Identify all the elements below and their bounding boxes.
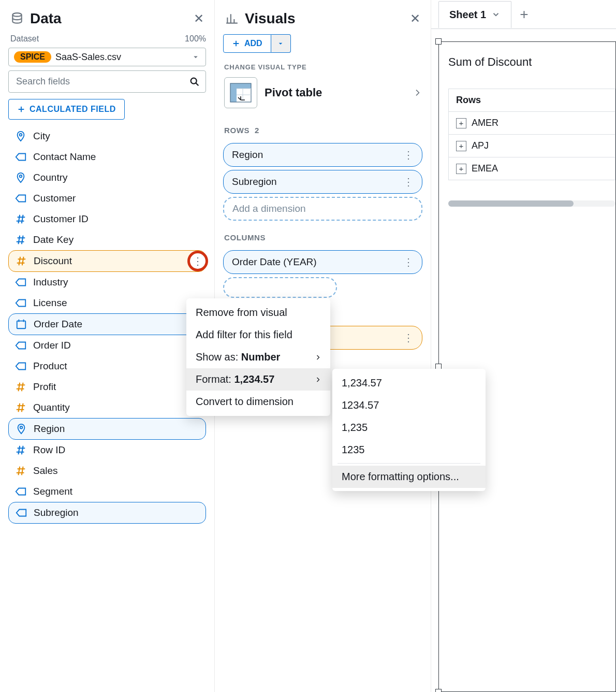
pin-icon xyxy=(14,172,27,183)
visual-type-name: Pivot table xyxy=(265,86,406,99)
pivot-row[interactable]: +APJ xyxy=(449,135,615,157)
format-option[interactable]: 1235 xyxy=(332,439,486,461)
rows-pill-region[interactable]: Region ⋮ xyxy=(223,143,422,167)
close-icon[interactable]: ✕ xyxy=(194,11,204,26)
spice-badge: SPICE xyxy=(14,51,51,63)
rows-label: ROWS xyxy=(224,126,250,135)
menu-item[interactable]: Format: 1,234.57 xyxy=(186,368,330,391)
tag-icon xyxy=(14,152,27,162)
menu-item[interactable]: Convert to dimension xyxy=(186,391,330,413)
scrollbar-thumb[interactable] xyxy=(448,200,574,207)
field-item-segment[interactable]: Segment xyxy=(8,481,206,502)
kebab-icon[interactable]: ⋮ xyxy=(403,176,414,188)
visuals-panel-header: Visuals ✕ xyxy=(221,6,424,31)
svg-rect-7 xyxy=(230,89,237,102)
menu-item[interactable]: Show as: Number xyxy=(186,346,330,368)
columns-placeholder[interactable] xyxy=(223,277,337,298)
add-sheet-button[interactable]: + xyxy=(511,6,536,23)
pivot-row-label: APJ xyxy=(472,140,489,151)
rows-pill-subregion[interactable]: Subregion ⋮ xyxy=(223,170,422,194)
svg-point-0 xyxy=(12,13,21,17)
field-item-subregion[interactable]: Subregion xyxy=(8,502,206,524)
add-visual-button[interactable]: ADD xyxy=(223,34,271,53)
field-item-profit[interactable]: Profit xyxy=(8,377,206,397)
field-label: Country xyxy=(33,172,68,183)
svg-rect-4 xyxy=(17,321,26,329)
pivot-table-icon xyxy=(224,77,257,108)
menu-item[interactable]: Remove from visual xyxy=(186,301,330,324)
field-item-order-id[interactable]: Order ID xyxy=(8,335,206,356)
field-item-sales[interactable]: Sales xyxy=(8,460,206,481)
kebab-icon[interactable]: ⋮ xyxy=(403,149,414,161)
kebab-icon[interactable]: ⋮ xyxy=(403,331,414,344)
field-item-discount[interactable]: Discount⋮ xyxy=(8,250,206,272)
more-formatting-options[interactable]: More formatting options... xyxy=(332,466,486,488)
format-option[interactable]: 1,234.57 xyxy=(332,372,486,394)
field-item-product[interactable]: Product xyxy=(8,356,206,377)
format-option[interactable]: 1234.57 xyxy=(332,394,486,416)
field-item-customer-id[interactable]: Customer ID xyxy=(8,209,206,229)
pivot-row[interactable]: +EMEA xyxy=(449,157,615,180)
format-option-label: 1234.57 xyxy=(342,399,379,411)
svg-rect-6 xyxy=(230,83,251,89)
pivot-row[interactable]: +AMER xyxy=(449,112,615,135)
dataset-name: SaaS-Sales.csv xyxy=(55,52,187,63)
svg-point-5 xyxy=(20,426,23,429)
field-label: Sales xyxy=(33,465,58,477)
menu-item-label: Convert to dimension xyxy=(196,396,294,408)
menu-item[interactable]: Add filter for this field xyxy=(186,324,330,346)
menu-item-label: Add filter for this field xyxy=(196,329,292,341)
field-item-quantity[interactable]: Quantity xyxy=(8,397,206,418)
pill-label: Subregion xyxy=(232,176,277,188)
chevron-down-icon[interactable] xyxy=(491,10,501,19)
field-item-license[interactable]: License xyxy=(8,293,206,313)
field-kebab-highlight[interactable]: ⋮ xyxy=(187,251,208,271)
resize-handle[interactable] xyxy=(435,689,442,692)
visual-type-selector[interactable]: Pivot table xyxy=(221,75,424,117)
dataset-select[interactable]: SPICE SaaS-Sales.csv xyxy=(8,48,206,66)
hash-icon xyxy=(14,381,27,393)
expand-icon[interactable]: + xyxy=(456,118,466,128)
kebab-icon[interactable]: ⋮ xyxy=(403,256,414,268)
field-item-city[interactable]: City xyxy=(8,126,206,147)
tag-icon xyxy=(15,508,27,518)
rows-placeholder[interactable]: Add a dimension xyxy=(223,197,422,221)
pivot-header: Rows xyxy=(449,89,615,112)
field-item-row-id[interactable]: Row ID xyxy=(8,440,206,460)
visual-canvas[interactable]: Sum of Discount Rows +AMER+APJ+EMEA xyxy=(438,41,616,692)
tag-icon xyxy=(14,361,27,371)
visual-title[interactable]: Sum of Discount xyxy=(448,55,532,69)
search-icon[interactable] xyxy=(189,76,200,88)
field-list: CityContact NameCountryCustomerCustomer … xyxy=(8,126,206,524)
add-visual-dropdown[interactable] xyxy=(271,34,291,53)
expand-icon[interactable]: + xyxy=(456,164,466,174)
svg-point-1 xyxy=(191,78,197,83)
field-item-date-key[interactable]: Date Key xyxy=(8,229,206,250)
field-label: Industry xyxy=(33,277,68,288)
field-label: Profit xyxy=(33,381,56,393)
tab-label: Sheet 1 xyxy=(449,9,486,21)
tab-sheet1[interactable]: Sheet 1 xyxy=(438,1,511,28)
sheet-panel: Sheet 1 + Sum of Discount Rows +AMER+APJ… xyxy=(431,0,616,692)
field-item-contact-name[interactable]: Contact Name xyxy=(8,147,206,167)
pivot-row-label: EMEA xyxy=(472,163,498,174)
resize-handle[interactable] xyxy=(435,38,442,45)
calculated-field-label: CALCULATED FIELD xyxy=(30,105,116,114)
database-icon xyxy=(10,12,24,25)
tag-icon xyxy=(14,340,27,351)
close-icon[interactable]: ✕ xyxy=(410,11,420,26)
search-input[interactable] xyxy=(14,71,189,92)
calculated-field-button[interactable]: CALCULATED FIELD xyxy=(8,99,125,120)
field-item-order-date[interactable]: Order Date xyxy=(8,313,206,335)
field-item-customer[interactable]: Customer xyxy=(8,188,206,209)
chevron-right-icon xyxy=(413,86,421,99)
field-item-country[interactable]: Country xyxy=(8,167,206,188)
expand-icon[interactable]: + xyxy=(456,141,466,151)
pivot-table: Rows +AMER+APJ+EMEA xyxy=(448,89,615,180)
field-item-industry[interactable]: Industry xyxy=(8,272,206,293)
format-option[interactable]: 1,235 xyxy=(332,416,486,439)
field-item-region[interactable]: Region xyxy=(8,418,206,440)
dataset-row: Dataset 100% xyxy=(6,31,208,47)
columns-pill-orderdate[interactable]: Order Date (YEAR) ⋮ xyxy=(223,250,422,274)
horizontal-scrollbar[interactable] xyxy=(448,200,615,207)
